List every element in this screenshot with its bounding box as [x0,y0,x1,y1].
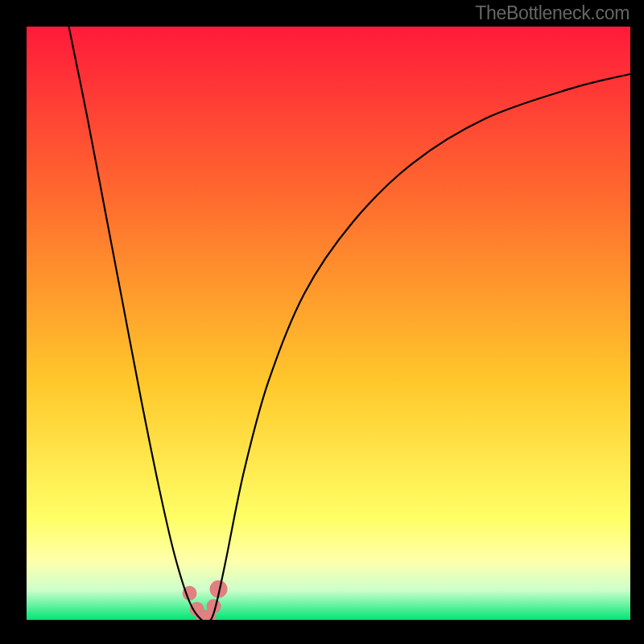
plot-area [27,27,630,620]
chart-frame: TheBottleneck.com [27,0,630,620]
gradient-background [27,27,630,620]
bottleneck-chart [27,27,630,620]
watermark-label: TheBottleneck.com [475,2,630,24]
